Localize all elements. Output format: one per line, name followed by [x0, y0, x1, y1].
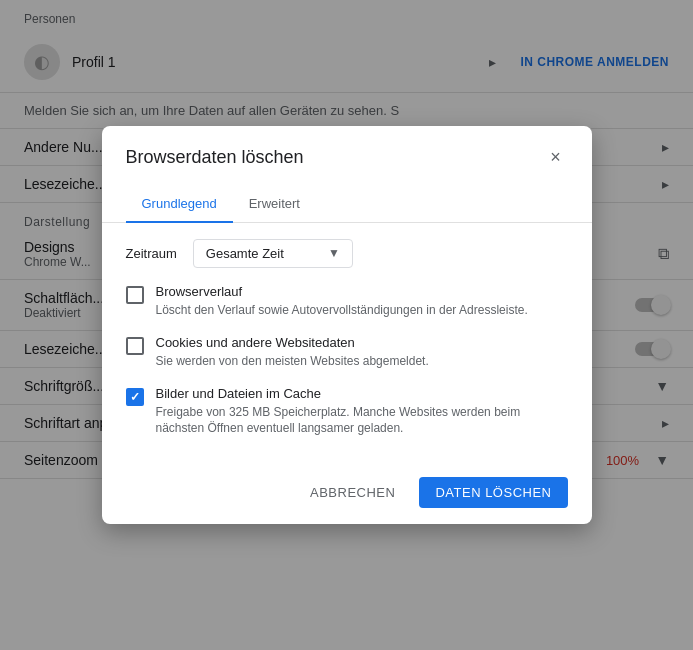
- dialog-header: Browserdaten löschen ×: [102, 126, 592, 170]
- cookies-title: Cookies und andere Websitedaten: [156, 335, 568, 350]
- dialog-body: Zeitraum Gesamte Zeit ▼ Browserverlauf L…: [102, 223, 592, 469]
- cookies-checkbox[interactable]: [126, 337, 144, 355]
- zeitraum-row: Zeitraum Gesamte Zeit ▼: [126, 239, 568, 268]
- tab-erweitert[interactable]: Erweitert: [233, 186, 316, 223]
- checkbox-cache[interactable]: Bilder und Dateien im Cache Freigabe von…: [126, 386, 568, 438]
- browserverlauf-title: Browserverlauf: [156, 284, 568, 299]
- dialog-close-button[interactable]: ×: [544, 146, 568, 170]
- dialog: Browserdaten löschen × Grundlegend Erwei…: [102, 126, 592, 524]
- dialog-tabs: Grundlegend Erweitert: [102, 186, 592, 223]
- tab-grundlegend[interactable]: Grundlegend: [126, 186, 233, 223]
- dialog-title: Browserdaten löschen: [126, 147, 304, 168]
- zeitraum-dropdown-icon: ▼: [328, 246, 340, 260]
- browserverlauf-checkbox[interactable]: [126, 286, 144, 304]
- checkbox-cookies[interactable]: Cookies und andere Websitedaten Sie werd…: [126, 335, 568, 370]
- zeitraum-value: Gesamte Zeit: [206, 246, 320, 261]
- modal-overlay: Browserdaten löschen × Grundlegend Erwei…: [0, 0, 693, 650]
- zeitraum-label: Zeitraum: [126, 246, 177, 261]
- cache-title: Bilder und Dateien im Cache: [156, 386, 568, 401]
- checkbox-browserverlauf[interactable]: Browserverlauf Löscht den Verlauf sowie …: [126, 284, 568, 319]
- cache-desc: Freigabe von 325 MB Speicherplatz. Manch…: [156, 404, 568, 438]
- delete-button[interactable]: DATEN LÖSCHEN: [419, 477, 567, 508]
- cancel-button[interactable]: ABBRECHEN: [294, 477, 411, 508]
- zeitraum-select[interactable]: Gesamte Zeit ▼: [193, 239, 353, 268]
- dialog-footer: ABBRECHEN DATEN LÖSCHEN: [102, 469, 592, 524]
- cookies-desc: Sie werden von den meisten Websites abge…: [156, 353, 568, 370]
- browserverlauf-desc: Löscht den Verlauf sowie Autovervollstän…: [156, 302, 568, 319]
- cache-checkbox[interactable]: [126, 388, 144, 406]
